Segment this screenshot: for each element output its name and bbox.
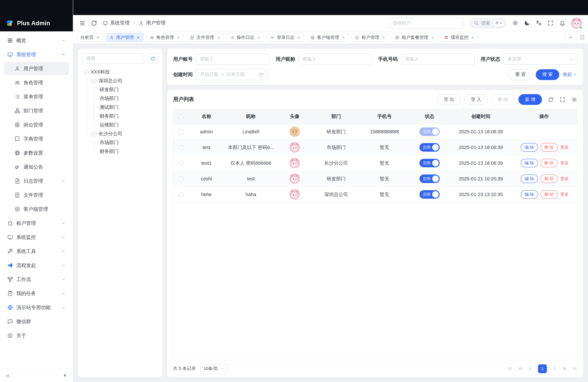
sidebar-item-wechat-group[interactable]: 微信群 [4, 315, 69, 328]
fullscreen-icon[interactable] [547, 20, 554, 26]
edit-button[interactable]: 编 辑 [521, 174, 538, 183]
global-search[interactable]: 搜索 ⌘ K [469, 18, 507, 29]
sidebar-pin-button[interactable] [63, 373, 68, 378]
tab-client-mgmt[interactable]: 客户端管理 [307, 33, 349, 42]
tab-tenant-package[interactable]: 租户套餐管理 [392, 33, 438, 42]
collapse-filters-link[interactable]: 收起 [563, 72, 577, 77]
pagination-prev-button[interactable] [528, 366, 533, 371]
pagination-back-button[interactable] [518, 366, 523, 371]
sidebar-item-param-settings[interactable]: 参数设置 [4, 146, 69, 159]
edit-button[interactable]: 编 辑 [521, 190, 538, 199]
more-actions-link[interactable]: 更多 [560, 145, 569, 150]
tab-file-mgmt[interactable]: 文件管理 [186, 33, 224, 42]
tab-login-log[interactable]: 登录日志 [267, 33, 304, 42]
row-checkbox[interactable] [179, 129, 183, 134]
tree-node[interactable]: 测试部门 [83, 103, 158, 112]
refresh-page-button[interactable] [91, 20, 97, 26]
close-tab-icon[interactable] [381, 35, 385, 39]
delete-button[interactable]: 删 除 [491, 94, 515, 105]
sidebar-item-user-mgmt[interactable]: 用户管理 [4, 62, 69, 75]
reset-button[interactable]: 重 置 [509, 69, 532, 80]
close-tab-icon[interactable] [176, 35, 180, 39]
tree-expand-toggle[interactable] [92, 131, 96, 136]
more-actions-link[interactable]: 更多 [560, 160, 569, 165]
status-toggle[interactable]: 启用 [420, 159, 440, 167]
tab-dropdown-button[interactable] [565, 31, 576, 43]
tree-node[interactable]: XXX科技 [83, 68, 158, 76]
date-range-input[interactable]: 开始日期 结束日期 [196, 69, 268, 80]
sidebar-item-dict-mgmt[interactable]: 字典管理 [4, 132, 69, 146]
import-button[interactable]: 导 入 [464, 94, 488, 105]
sidebar-item-menu-mgmt[interactable]: 菜单管理 [4, 90, 69, 103]
row-checkbox[interactable] [179, 145, 183, 150]
tree-refresh-button[interactable] [147, 53, 158, 64]
close-tab-icon[interactable] [297, 35, 301, 39]
sidebar-item-flow-start[interactable]: 流程发起 [4, 259, 69, 272]
tree-node[interactable]: 财务部门 [83, 147, 158, 156]
sidebar-item-notice[interactable]: 通知公告 [4, 160, 69, 173]
sidebar-item-role-mgmt[interactable]: 角色管理 [4, 76, 69, 89]
close-tab-icon[interactable] [341, 35, 345, 39]
tree-node[interactable]: 深圳总公司 [83, 76, 158, 85]
pagination-next-button[interactable] [552, 366, 557, 371]
row-delete-button[interactable]: 删 除 [541, 190, 558, 199]
close-tab-icon[interactable] [136, 35, 140, 39]
tenant-select[interactable]: 选择租户 [389, 18, 464, 29]
sidebar-item-post-mgmt[interactable]: 岗位管理 [4, 118, 69, 131]
table-settings-button[interactable] [571, 97, 577, 103]
close-tab-icon[interactable] [216, 35, 220, 39]
status-select[interactable]: 请选择 [504, 54, 577, 65]
more-actions-link[interactable]: 更多 [560, 192, 569, 197]
edit-button[interactable]: 编 辑 [521, 159, 538, 167]
sidebar-item-system[interactable]: 系统管理 [4, 48, 69, 61]
status-toggle[interactable]: 启用 [420, 174, 440, 183]
export-button[interactable]: 导 出 [437, 94, 461, 105]
table-refresh-button[interactable] [548, 97, 554, 103]
tree-node[interactable]: 运维部门 [83, 121, 158, 129]
status-toggle[interactable]: 启用 [420, 143, 440, 152]
tab-op-log[interactable]: 操作日志 [227, 33, 264, 42]
tree-node[interactable]: 研发部门 [83, 85, 158, 94]
row-delete-button[interactable]: 删 除 [541, 159, 558, 167]
pagination-forward-button[interactable] [562, 366, 567, 371]
close-tab-icon[interactable] [431, 35, 435, 39]
row-checkbox[interactable] [179, 177, 183, 182]
pagination-last-button[interactable] [572, 366, 577, 371]
sidebar-item-client-mgmt[interactable]: 客户端管理 [4, 203, 69, 216]
tree-node[interactable]: 市场部门 [83, 138, 158, 147]
tab-role-mgmt[interactable]: 角色管理 [146, 33, 183, 42]
tab-user-mgmt[interactable]: 用户管理 [106, 33, 143, 42]
pagination-first-button[interactable] [508, 366, 513, 371]
menu-toggle-button[interactable] [79, 20, 85, 26]
phone-input[interactable]: 请输入 [401, 54, 475, 65]
search-button[interactable]: 搜 索 [536, 69, 559, 80]
tree-search-input[interactable]: 搜索 [83, 53, 144, 64]
tab-analysis[interactable]: 分析页 [77, 33, 103, 42]
account-input[interactable]: 请输入 [196, 54, 270, 65]
pagination-page-1[interactable]: 1 [538, 364, 547, 373]
content-fullscreen-button[interactable] [576, 31, 588, 43]
sidebar-item-dept-mgmt[interactable]: 部门管理 [4, 104, 69, 117]
sidebar-collapse-button[interactable] [5, 373, 10, 378]
more-actions-link[interactable]: 更多 [560, 176, 569, 181]
tab-tenant-mgmt[interactable]: 租户管理 [352, 33, 389, 42]
dark-mode-moon-icon[interactable] [524, 20, 530, 26]
table-fullscreen-button[interactable] [560, 97, 566, 103]
notifications-bell-icon[interactable] [559, 20, 566, 26]
status-toggle[interactable]: 启用 [420, 127, 440, 136]
sidebar-item-overview[interactable]: 概览 [4, 34, 69, 47]
page-size-select[interactable]: 10条/页 [200, 364, 228, 374]
add-button[interactable]: 新 增 [518, 94, 542, 105]
tree-expand-toggle[interactable] [84, 70, 88, 74]
sidebar-item-file-mgmt[interactable]: 文件管理 [4, 189, 69, 202]
sidebar-item-log-mgmt[interactable]: 日志管理 [4, 174, 69, 188]
status-toggle[interactable]: 启用 [420, 190, 440, 199]
sidebar-item-about[interactable]: 关于 [4, 329, 69, 342]
row-checkbox[interactable] [179, 161, 183, 166]
tree-node[interactable]: 财务部门 [83, 112, 158, 121]
select-all-checkbox[interactable] [179, 114, 183, 119]
user-avatar[interactable] [571, 18, 582, 29]
tree-expand-toggle[interactable] [92, 79, 96, 83]
tree-node[interactable]: 长沙分公司 [83, 129, 158, 138]
sidebar-item-sys-tools[interactable]: 系统工具 [4, 245, 69, 258]
